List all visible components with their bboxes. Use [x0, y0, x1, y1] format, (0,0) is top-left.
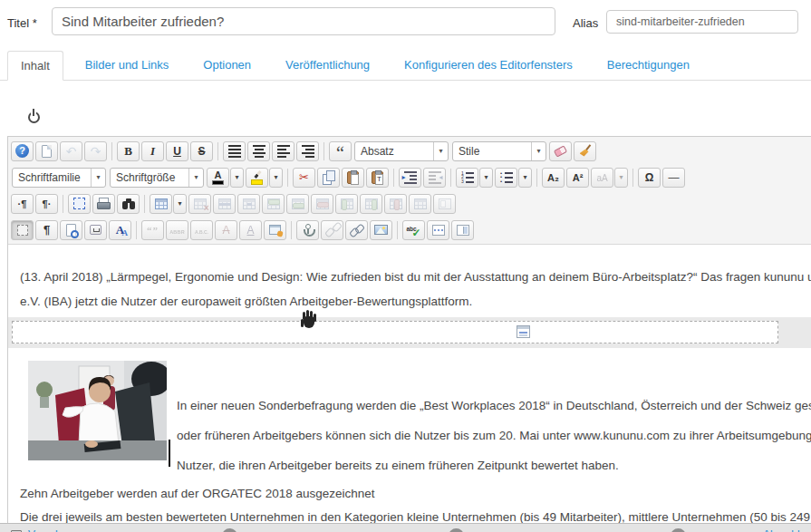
bold-button[interactable] — [117, 141, 140, 161]
insert-image-button[interactable] — [370, 220, 392, 240]
table-row-properties-button — [213, 194, 236, 214]
tab-optionen[interactable]: Optionen — [190, 51, 264, 80]
insert-table-dropdown-arrow[interactable]: ▾ — [173, 194, 187, 214]
tab-bilder-und-links[interactable]: Bilder und Links — [72, 51, 182, 80]
horizontal-rule-icon — [666, 170, 681, 185]
paste-as-text-button[interactable] — [366, 168, 389, 188]
font-size-select[interactable]: Schriftgröße▾ — [110, 168, 204, 188]
styles-select-arrow-icon[interactable]: ▾ — [531, 142, 545, 160]
toolbar-row-2: Schriftfamilie▾Schriftgröße▾▾▾▾▾▾ — [10, 164, 809, 190]
insert-table-button[interactable] — [150, 194, 172, 214]
show-invisible-characters-button[interactable] — [35, 220, 58, 240]
eraser-button[interactable] — [549, 141, 572, 161]
count-badge: 0 — [671, 528, 686, 532]
page-break-icon — [432, 225, 445, 236]
spellcheck-button[interactable] — [402, 220, 425, 240]
page-break-button[interactable] — [427, 220, 449, 240]
footer-item-abmelden[interactable]: Abmelden — [759, 528, 811, 532]
anchor-button[interactable] — [296, 220, 319, 240]
paragraph-format-select-arrow-icon[interactable]: ▾ — [433, 142, 448, 160]
help-button[interactable] — [11, 141, 34, 161]
cut-button[interactable] — [293, 168, 315, 188]
footer-item-vorschau[interactable]: Vorschau — [11, 528, 73, 532]
bullet-list-button[interactable] — [495, 168, 517, 188]
italic-button[interactable] — [141, 141, 164, 161]
outdent-icon — [429, 171, 441, 184]
paragraph-format-select[interactable]: Absatz▾ — [354, 141, 449, 161]
undo-icon — [63, 144, 79, 159]
paragraph-ltr-button[interactable] — [11, 194, 34, 214]
insert-table-icon — [155, 198, 168, 209]
text-color-dropdown-arrow[interactable]: ▾ — [230, 168, 244, 188]
footer-item-label: Vorschau — [28, 528, 73, 532]
guidelines-button[interactable] — [11, 220, 34, 240]
editor-content-area[interactable]: (13. April 2018) „Lärmpegel, Ergonomie u… — [8, 245, 811, 532]
alias-label: Alias — [573, 16, 598, 30]
font-family-select-label: Schriftfamilie — [13, 171, 91, 184]
align-center-button[interactable] — [247, 141, 270, 161]
cleanup-button[interactable] — [574, 141, 596, 161]
numbered-list-icon — [460, 171, 474, 184]
superscript-button[interactable] — [566, 168, 589, 188]
styles-select[interactable]: Stile▾ — [452, 141, 546, 161]
alias-input[interactable] — [606, 10, 798, 34]
font-family-select[interactable]: Schriftfamilie▾ — [12, 168, 106, 188]
paragraph-body-line1: In einer neuen Sonderbefragung werden di… — [177, 399, 811, 412]
readmore-dashed-box[interactable] — [12, 321, 778, 343]
toolbar-separator — [450, 169, 451, 187]
insert-column-before-icon — [341, 198, 353, 209]
blockquote-button[interactable] — [329, 141, 352, 161]
visual-font-button[interactable] — [109, 220, 131, 240]
footer-item-administrator: 1Administrator — [449, 528, 534, 532]
numbered-list-button[interactable] — [456, 168, 478, 188]
highlight-color-dropdown-arrow[interactable]: ▾ — [269, 168, 283, 188]
special-character-button[interactable] — [638, 168, 661, 188]
bullet-list-dropdown-arrow[interactable]: ▾ — [518, 168, 532, 188]
nonbreaking-space-icon — [90, 225, 101, 235]
delete-column-icon — [390, 198, 402, 209]
new-document-button[interactable] — [35, 141, 58, 161]
insert-column-after-icon — [365, 198, 378, 209]
numbered-list-dropdown-arrow[interactable]: ▾ — [479, 168, 493, 188]
align-justify-icon — [228, 145, 241, 158]
preview-button[interactable] — [60, 220, 82, 240]
font-family-select-arrow-icon[interactable]: ▾ — [91, 169, 105, 187]
horizontal-rule-button[interactable] — [662, 168, 685, 188]
toolbar-separator — [63, 195, 63, 213]
copy-button[interactable] — [317, 168, 340, 188]
tab-konfigurieren-des-editorfensters[interactable]: Konfigurieren des Editorfensters — [391, 51, 585, 80]
indent-button[interactable] — [399, 168, 421, 188]
find-replace-button[interactable] — [117, 194, 140, 214]
fullscreen-button[interactable] — [68, 194, 91, 214]
delete-column-button — [384, 194, 407, 214]
tab-berechtigungen[interactable]: Berechtigungen — [594, 51, 702, 80]
align-justify-button[interactable] — [223, 141, 246, 161]
hand-grab-cursor — [300, 310, 320, 332]
link-button[interactable] — [345, 220, 368, 240]
highlight-color-button[interactable] — [246, 168, 268, 188]
text-color-button[interactable] — [207, 168, 229, 188]
font-size-select-arrow-icon[interactable]: ▾ — [188, 169, 203, 187]
readmore-separator[interactable] — [8, 317, 811, 348]
print-button[interactable] — [92, 194, 115, 214]
title-input[interactable] — [52, 7, 555, 35]
blockquote-icon — [333, 144, 348, 159]
toggle-editor-button[interactable] — [24, 109, 43, 129]
subscript-button[interactable] — [542, 168, 565, 188]
attributes-button[interactable] — [264, 220, 286, 240]
read-more-button[interactable] — [451, 220, 474, 240]
insertion-icon — [243, 223, 258, 237]
tab-veroeffentlichung[interactable]: Veröffentlichung — [273, 51, 382, 80]
paragraph-rtl-button[interactable] — [35, 194, 58, 214]
underline-button[interactable] — [166, 141, 188, 161]
table-cell-properties-button — [237, 194, 260, 214]
redo-icon — [88, 144, 103, 159]
article-image[interactable] — [28, 361, 167, 460]
paste-button[interactable] — [342, 168, 364, 188]
tab-inhalt[interactable]: Inhalt — [7, 51, 63, 81]
strikethrough-button[interactable] — [190, 141, 213, 161]
pagebreak-marker-icon[interactable] — [517, 325, 530, 338]
nonbreaking-space-button[interactable] — [84, 220, 107, 240]
align-left-button[interactable] — [272, 141, 294, 161]
align-right-button[interactable] — [296, 141, 319, 161]
